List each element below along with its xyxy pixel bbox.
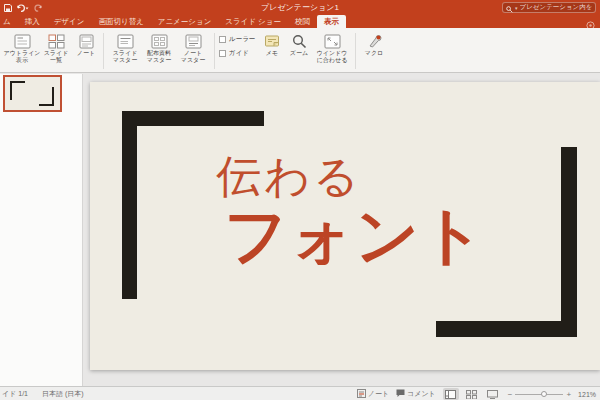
ribbon-tab-bar: ム 挿入 デザイン 画面切り替え アニメーション スライド ショー 校閲 表示 <box>0 15 600 28</box>
workspace: 伝わる フォント <box>0 74 600 386</box>
search-dropdown-icon: ▾ <box>515 5 518 11</box>
ribbon: アウトライン 表示 スライド 一覧 ノート スライド マスター 配布資料 マスタ… <box>0 28 600 73</box>
normal-view-button[interactable] <box>443 388 459 400</box>
notes-view-button[interactable]: ノート <box>73 32 99 57</box>
ruler-checkbox-box[interactable] <box>219 36 226 43</box>
ruler-checkbox-label: ルーラー <box>229 35 255 44</box>
title-bar: プレゼンテーション1 ▾ プレゼンテーション内を検索 <box>0 0 600 15</box>
ribbon-group-separator <box>214 33 215 69</box>
tab-review[interactable]: 校閲 <box>288 15 317 28</box>
button-label: マクロ <box>365 50 383 57</box>
button-label: 配布資料 <box>147 50 171 57</box>
zoom-level-indicator[interactable]: 121% <box>578 391 596 398</box>
slide-title-line1: 伝わる <box>216 152 486 202</box>
zoom-slider[interactable] <box>515 394 563 395</box>
guides-checkbox-label: ガイド <box>229 49 249 58</box>
bracket-bottom-right-horizontal[interactable] <box>436 321 577 337</box>
slide-thumbnail-panel[interactable] <box>0 74 83 386</box>
notes-icon <box>357 389 366 399</box>
tab-view[interactable]: 表示 <box>317 15 346 28</box>
button-label: マスター <box>113 57 137 64</box>
view-switcher <box>443 388 501 400</box>
ribbon-group-separator <box>103 33 104 69</box>
guides-checkbox[interactable]: ガイド <box>219 49 259 58</box>
zoom-button[interactable]: ズーム <box>285 32 313 57</box>
memo-button[interactable]: メモ <box>259 32 285 57</box>
notes-toggle[interactable]: ノート <box>357 389 389 399</box>
button-label: メモ <box>266 50 278 57</box>
slide-title-line2: フォント <box>224 202 486 268</box>
outline-view-button[interactable]: アウトライン 表示 <box>5 32 39 64</box>
fit-to-window-button[interactable]: ウインドウ に合わせる <box>313 32 351 64</box>
slide-master-button[interactable]: スライド マスター <box>108 32 142 64</box>
zoom-out-button[interactable]: − <box>508 390 513 399</box>
redo-icon[interactable] <box>34 4 42 12</box>
status-bar: イド 1/1 日本語 (日本) ノート コメント − + 121% <box>0 386 600 400</box>
slide-sorter-button[interactable]: スライド 一覧 <box>39 32 73 64</box>
button-label: 表示 <box>16 57 28 64</box>
slide-number-indicator: イド 1/1 <box>2 389 28 399</box>
thumb-bracket-bar <box>10 81 25 83</box>
button-label: に合わせる <box>317 57 348 64</box>
search-placeholder: プレゼンテーション内を検索 <box>520 3 592 12</box>
button-label: マスター <box>147 57 171 64</box>
outline-view-icon <box>14 32 31 50</box>
zoom-icon <box>292 32 307 50</box>
button-label: ズーム <box>290 50 308 57</box>
slide-thumbnail-1[interactable] <box>3 75 62 112</box>
quick-access-toolbar <box>0 4 42 12</box>
tab-insert[interactable]: 挿入 <box>18 15 47 28</box>
slideshow-view-button[interactable] <box>485 388 501 400</box>
memo-icon <box>264 32 280 50</box>
bracket-bottom-right-vertical[interactable] <box>561 147 577 337</box>
button-label: マスター <box>181 57 205 64</box>
bracket-top-left-vertical[interactable] <box>122 111 137 299</box>
tab-transitions[interactable]: 画面切り替え <box>91 15 150 28</box>
notes-master-icon <box>185 32 202 50</box>
comments-toggle-label: コメント <box>407 389 436 399</box>
handout-master-button[interactable]: 配布資料 マスター <box>142 32 176 64</box>
comment-icon <box>396 389 405 399</box>
tab-slideshow[interactable]: スライド ショー <box>218 15 288 28</box>
button-label: アウトライン <box>4 50 41 57</box>
tab-design[interactable]: デザイン <box>47 15 92 28</box>
comments-toggle[interactable]: コメント <box>396 389 436 399</box>
undo-icon[interactable] <box>17 4 29 12</box>
button-label: スライド <box>44 50 69 57</box>
button-label: ウインドウ <box>317 50 348 57</box>
thumb-bracket-bar <box>52 87 54 106</box>
zoom-control: − + <box>508 390 571 399</box>
thumb-bracket-bar <box>10 81 12 100</box>
ruler-checkbox[interactable]: ルーラー <box>219 35 259 44</box>
button-label: ノート <box>77 50 95 57</box>
zoom-in-button[interactable]: + <box>566 390 571 399</box>
button-label: スライド <box>113 50 138 57</box>
macro-icon <box>367 32 382 50</box>
handout-master-icon <box>151 32 168 50</box>
button-label: ノート <box>184 50 202 57</box>
guides-checkbox-box[interactable] <box>219 50 226 57</box>
notes-toggle-label: ノート <box>368 389 389 399</box>
search-input[interactable]: ▾ プレゼンテーション内を検索 <box>502 2 596 13</box>
zoom-slider-knob[interactable] <box>541 391 547 397</box>
slide-canvas[interactable]: 伝わる フォント <box>90 82 600 370</box>
bracket-top-left-horizontal[interactable] <box>122 111 264 126</box>
show-group: ルーラー ガイド <box>219 32 259 58</box>
button-label: 一覧 <box>50 57 62 64</box>
slide-sorter-view-button[interactable] <box>464 388 480 400</box>
ribbon-group-separator <box>355 33 356 69</box>
language-indicator[interactable]: 日本語 (日本) <box>42 389 84 399</box>
save-icon[interactable] <box>4 4 12 12</box>
notes-view-icon <box>79 32 94 50</box>
slide-sorter-icon <box>48 32 65 50</box>
notes-master-button[interactable]: ノート マスター <box>176 32 210 64</box>
fit-to-window-icon <box>324 32 341 50</box>
slide-title-text[interactable]: 伝わる フォント <box>216 152 486 268</box>
tab-home[interactable]: ム <box>0 15 18 28</box>
macro-button[interactable]: マクロ <box>360 32 388 57</box>
slide-master-icon <box>117 32 134 50</box>
tab-animations[interactable]: アニメーション <box>151 15 219 28</box>
